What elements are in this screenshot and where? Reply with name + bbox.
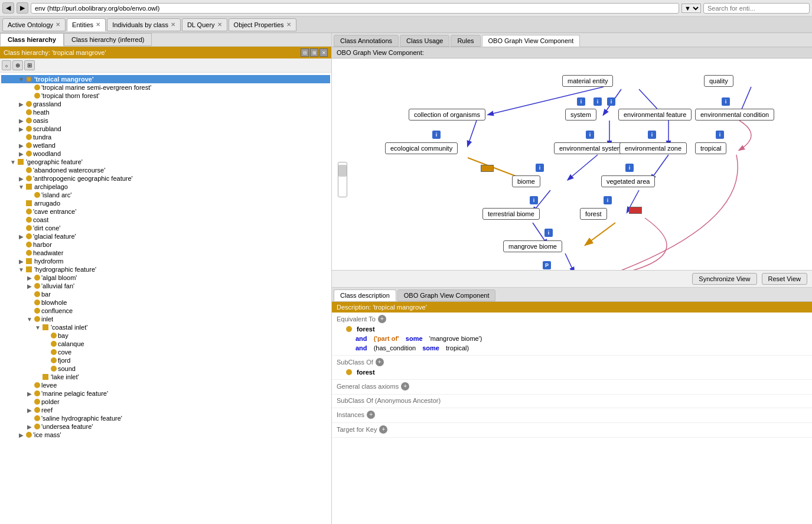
tree-item-hydrographic-feature[interactable]: ▼ 'hydrographic feature' <box>1 265 330 274</box>
tree-icon-1[interactable]: ⬦ <box>2 60 11 70</box>
tree-item-bar[interactable]: bar <box>1 290 330 298</box>
tree-item-glacial-feature[interactable]: ▶ 'glacial feature' <box>1 232 330 240</box>
forward-button[interactable]: ▶ <box>17 2 28 14</box>
tree-item-coast[interactable]: coast <box>1 216 330 224</box>
tree-item-cove[interactable]: cove <box>1 348 330 356</box>
tree-item-bay[interactable]: bay <box>1 331 330 340</box>
tree-item-reef[interactable]: ▶ reef <box>1 406 330 414</box>
reset-view-button[interactable]: Reset View <box>762 273 807 285</box>
node-forest[interactable]: forest <box>580 208 607 220</box>
node-ecological-community[interactable]: ecological community <box>385 142 458 154</box>
info-badge-forest[interactable]: i <box>604 196 612 204</box>
tree-item-cave-entrance[interactable]: 'cave entrance' <box>1 207 330 216</box>
info-badge-quality[interactable]: i <box>722 97 730 106</box>
expand-glacial[interactable]: ▶ <box>18 233 25 240</box>
tab-close-dl-query[interactable]: ✕ <box>217 21 222 28</box>
tree-item-tropical-mangrove[interactable]: ▼ 'tropical mangrove' <box>1 75 330 83</box>
back-button[interactable]: ◀ <box>2 2 14 14</box>
tab-obo-graph-view-bottom[interactable]: OBO Graph View Component <box>397 289 496 301</box>
tab-class-annotations[interactable]: Class Annotations <box>334 35 399 47</box>
tree-item-island-arc[interactable]: 'island arc' <box>1 191 330 199</box>
tree-item-archipelago[interactable]: ▼ archipelago <box>1 183 330 191</box>
info-badge-veg-area[interactable]: i <box>625 164 634 172</box>
node-collection-of-organisms[interactable]: collection of organisms <box>409 109 485 121</box>
target-key-plus[interactable]: + <box>379 425 387 434</box>
tree-item-heath[interactable]: heath <box>1 108 330 116</box>
synchronize-view-button[interactable]: Synchronize View <box>692 273 756 285</box>
tab-class-hierarchy-inferred[interactable]: Class hierarchy (inferred) <box>64 33 152 46</box>
scroll-indicator[interactable] <box>338 162 347 197</box>
tree-item-algal-bloom[interactable]: ▶ 'algal bloom' <box>1 274 330 282</box>
tree-item-abandoned-watercourse[interactable]: 'abandoned watercourse' <box>1 166 330 174</box>
tree-item-dirt-cone[interactable]: 'dirt cone' <box>1 224 330 232</box>
tab-class-description[interactable]: Class description <box>334 289 396 301</box>
tree-item-fjord[interactable]: fjord <box>1 356 330 364</box>
expand-coastal-inlet[interactable]: ▼ <box>34 324 41 331</box>
tree-icon-2[interactable]: ⊕ <box>12 60 23 70</box>
tree-item-woodland[interactable]: ▶ woodland <box>1 149 330 158</box>
tree-item-scrubland[interactable]: ▶ scrubland <box>1 125 330 133</box>
header-icon-3[interactable]: ✕ <box>319 48 328 57</box>
info-badge-material-entity[interactable]: i <box>593 97 602 106</box>
subclass-of-plus[interactable]: + <box>376 358 384 366</box>
tab-obo-graph-view[interactable]: OBO Graph View Component <box>482 35 581 47</box>
search-input[interactable] <box>703 3 810 14</box>
info-badge-env-system[interactable]: i <box>586 131 594 139</box>
node-mangrove-biome[interactable]: mangrove biome <box>503 240 562 252</box>
tree-item-confluence[interactable]: confluence <box>1 307 330 315</box>
expand-marine-pelagic[interactable]: ▶ <box>26 390 33 397</box>
expand-woodland[interactable]: ▶ <box>18 151 25 157</box>
general-axioms-plus[interactable]: + <box>401 382 409 390</box>
tab-individuals-by-class[interactable]: Individuals by class ✕ <box>107 18 181 31</box>
tree-item-blowhole[interactable]: blowhole <box>1 298 330 307</box>
info-badge-mangrove-biome[interactable]: i <box>544 229 553 237</box>
tree-item-undersea[interactable]: ▶ 'undersea feature' <box>1 422 330 431</box>
expand-archipelago[interactable]: ▼ <box>18 184 25 190</box>
node-biome[interactable]: biome <box>512 175 540 187</box>
info-badge-tropical[interactable]: i <box>716 131 724 139</box>
tab-class-hierarchy[interactable]: Class hierarchy <box>0 33 64 46</box>
tree-item-lake-inlet[interactable]: 'lake inlet' <box>1 373 330 381</box>
tab-dl-query[interactable]: DL Query ✕ <box>182 18 227 31</box>
expand-tropical-mangrove[interactable]: ▼ <box>18 76 25 83</box>
tree-item-hydroform[interactable]: ▶ hydroform <box>1 257 330 265</box>
url-input[interactable] <box>31 3 679 14</box>
tab-class-usage[interactable]: Class Usage <box>400 35 449 47</box>
node-tropical[interactable]: tropical <box>695 142 726 154</box>
tab-close-entities[interactable]: ✕ <box>96 21 100 28</box>
node-terrestrial-biome[interactable]: terrestrial biome <box>482 208 540 220</box>
tab-rules[interactable]: Rules <box>451 35 480 47</box>
tree-item-arrugado[interactable]: arrugado <box>1 199 330 207</box>
tree-item-calanque[interactable]: calanque <box>1 340 330 348</box>
info-badge-material-entity2[interactable]: i <box>577 97 585 106</box>
expand-wetland[interactable]: ▶ <box>18 142 25 149</box>
expand-ice-mass[interactable]: ▶ <box>18 432 25 438</box>
tab-close-active-ontology[interactable]: ✕ <box>56 21 60 28</box>
tree-item-grassland[interactable]: ▶ grassland <box>1 100 330 108</box>
node-environmental-system[interactable]: environmental system <box>554 142 628 154</box>
node-environmental-condition[interactable]: environmental condition <box>695 109 774 121</box>
node-quality[interactable]: quality <box>704 75 733 87</box>
expand-hydrographic[interactable]: ▼ <box>18 266 25 273</box>
tab-object-properties[interactable]: Object Properties ✕ <box>229 18 296 31</box>
tab-active-ontology[interactable]: Active Ontology ✕ <box>2 18 66 31</box>
tree-item-coastal-inlet[interactable]: ▼ 'coastal inlet' <box>1 323 330 331</box>
tree-item-polder[interactable]: polder <box>1 398 330 406</box>
tree-item-tropical-marine[interactable]: 'tropical marine semi-evergreen forest' <box>1 83 330 92</box>
info-badge-ecological[interactable]: i <box>432 131 441 139</box>
expand-anthropogenic[interactable]: ▶ <box>18 175 25 182</box>
tree-item-alluvial-fan[interactable]: ▶ 'alluvial fan' <box>1 282 330 290</box>
expand-inlet[interactable]: ▼ <box>26 316 33 323</box>
expand-scrubland[interactable]: ▶ <box>18 126 25 132</box>
expand-grassland[interactable]: ▶ <box>18 101 25 108</box>
tree-item-marine-pelagic[interactable]: ▶ 'marine pelagic feature' <box>1 389 330 398</box>
graph-svg-container[interactable]: material entity quality collection of or… <box>332 58 812 271</box>
instances-plus[interactable]: + <box>367 411 375 419</box>
expand-alluvial[interactable]: ▶ <box>26 283 33 289</box>
expand-oasis[interactable]: ▶ <box>18 118 25 124</box>
tree-item-wetland[interactable]: ▶ wetland <box>1 141 330 149</box>
tree-item-tropical-thorn[interactable]: 'tropical thorn forest' <box>1 92 330 100</box>
tree-item-geographic-feature[interactable]: ▼ 'geographic feature' <box>1 158 330 166</box>
tree-item-sound[interactable]: sound <box>1 364 330 373</box>
tab-close-object-properties[interactable]: ✕ <box>286 21 291 28</box>
